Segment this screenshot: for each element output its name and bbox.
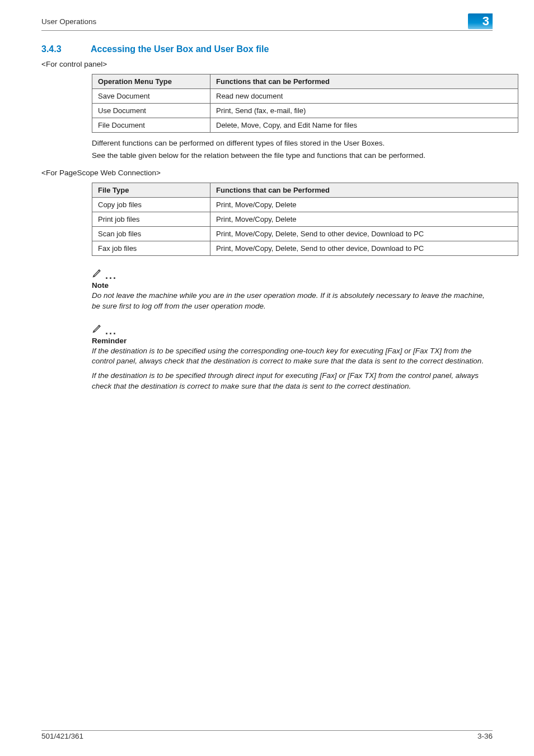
section-heading: 3.4.3 Accessing the User Box and User Bo… bbox=[41, 44, 493, 54]
table-row: Fax job files Print, Move/Copy, Delete, … bbox=[92, 241, 518, 256]
table-row: Use Document Print, Send (fax, e-mail, f… bbox=[92, 104, 518, 118]
table-cell: Read new document bbox=[210, 89, 518, 104]
running-title: User Operations bbox=[41, 17, 96, 26]
table-cell: Save Document bbox=[92, 89, 210, 104]
ellipsis-icon: ... bbox=[105, 273, 117, 278]
table-cell: Print, Move/Copy, Delete bbox=[210, 198, 518, 212]
table-cell: Fax job files bbox=[92, 241, 210, 256]
note-body: Do not leave the machine while you are i… bbox=[92, 291, 493, 311]
ellipsis-icon: ... bbox=[105, 328, 117, 334]
paragraph: Different functions can be performed on … bbox=[92, 138, 493, 148]
header-divider bbox=[41, 30, 493, 31]
pencil-icon: ... bbox=[92, 323, 117, 334]
table-cell: Scan job files bbox=[92, 227, 210, 241]
table-header-row: Operation Menu Type Functions that can b… bbox=[92, 74, 518, 89]
footer-right: 3-36 bbox=[477, 732, 493, 740]
page-header: User Operations 3 bbox=[41, 13, 493, 29]
table-cell: Copy job files bbox=[92, 198, 210, 212]
paragraph: See the table given below for the relati… bbox=[92, 151, 493, 161]
footer-left: 501/421/361 bbox=[41, 732, 83, 740]
reminder-callout: ... Reminder If the destination is to be… bbox=[92, 323, 493, 395]
pencil-icon: ... bbox=[92, 267, 117, 278]
web-connection-label: <For PageScope Web Connection> bbox=[41, 169, 493, 177]
table-row: File Document Delete, Move, Copy, and Ed… bbox=[92, 118, 518, 133]
control-panel-table: Operation Menu Type Functions that can b… bbox=[92, 74, 518, 133]
section-number: 3.4.3 bbox=[41, 44, 75, 54]
table-row: Copy job files Print, Move/Copy, Delete bbox=[92, 198, 518, 212]
table-cell: File Document bbox=[92, 118, 210, 133]
table-header-cell: Functions that can be Performed bbox=[210, 183, 518, 198]
reminder-label: Reminder bbox=[92, 337, 493, 345]
table-cell: Print, Send (fax, e-mail, file) bbox=[210, 104, 518, 118]
note-label: Note bbox=[92, 281, 493, 290]
reminder-body: If the destination is to be specified th… bbox=[92, 371, 493, 391]
table-header-row: File Type Functions that can be Performe… bbox=[92, 183, 518, 198]
chapter-badge: 3 bbox=[468, 13, 493, 29]
web-connection-table: File Type Functions that can be Performe… bbox=[92, 183, 518, 256]
table-header-cell: Functions that can be Performed bbox=[210, 74, 518, 89]
table-cell: Print, Move/Copy, Delete, Send to other … bbox=[210, 227, 518, 241]
table-header-cell: File Type bbox=[92, 183, 210, 198]
control-panel-label: <For control panel> bbox=[41, 60, 493, 68]
note-callout: ... Note Do not leave the machine while … bbox=[92, 267, 493, 314]
table-cell: Print, Move/Copy, Delete, Send to other … bbox=[210, 241, 518, 256]
table-cell: Print job files bbox=[92, 212, 210, 227]
chapter-number: 3 bbox=[483, 14, 489, 29]
table-header-cell: Operation Menu Type bbox=[92, 74, 210, 89]
table-row: Save Document Read new document bbox=[92, 89, 518, 104]
page-footer: 501/421/361 3-36 bbox=[41, 730, 493, 740]
reminder-body: If the destination is to be specified us… bbox=[92, 346, 493, 366]
table-cell: Use Document bbox=[92, 104, 210, 118]
table-cell: Delete, Move, Copy, and Edit Name for fi… bbox=[210, 118, 518, 133]
section-title: Accessing the User Box and User Box file bbox=[91, 44, 269, 54]
table-row: Scan job files Print, Move/Copy, Delete,… bbox=[92, 227, 518, 241]
table-cell: Print, Move/Copy, Delete bbox=[210, 212, 518, 227]
table-row: Print job files Print, Move/Copy, Delete bbox=[92, 212, 518, 227]
